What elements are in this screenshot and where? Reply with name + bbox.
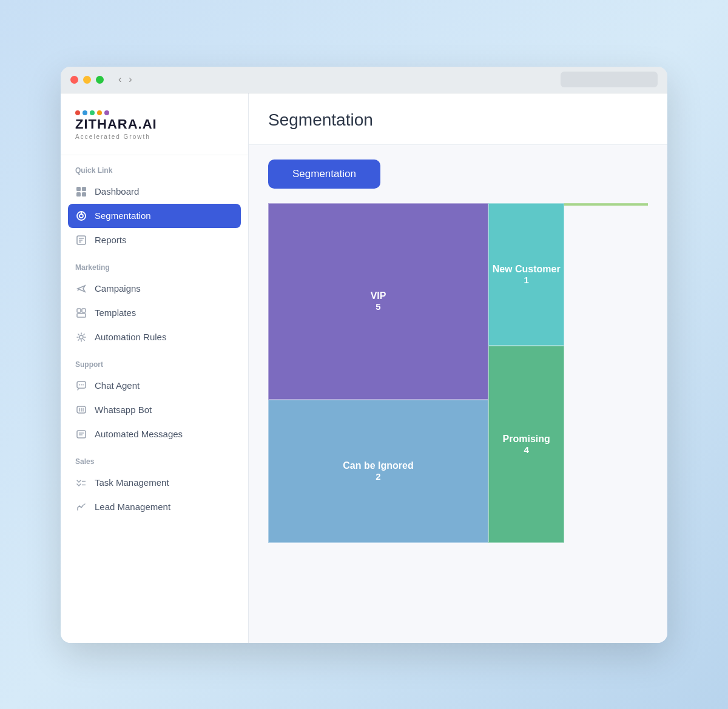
traffic-light-red[interactable] bbox=[70, 76, 78, 84]
promising-label: Can be Ignored bbox=[343, 460, 413, 471]
can-be-ignored-value: 4 bbox=[524, 445, 529, 455]
svg-rect-1 bbox=[82, 187, 86, 191]
segmentation-button[interactable]: Segmentation bbox=[268, 160, 380, 189]
treemap-cell-green-bottom bbox=[564, 204, 648, 206]
whatsapp-bot-label: Whatsapp Bot bbox=[95, 405, 152, 415]
campaigns-label: Campaigns bbox=[95, 283, 141, 294]
treemap-left: VIP 5 Can be Ignored 2 bbox=[268, 203, 488, 543]
sidebar-item-dashboard[interactable]: Dashboard bbox=[61, 180, 248, 204]
sidebar-item-lead-management[interactable]: Lead Management bbox=[61, 495, 248, 519]
templates-label: Templates bbox=[95, 307, 136, 318]
sidebar-item-task-management[interactable]: Task Management bbox=[61, 471, 248, 495]
nav-section-quick-link: Quick Link bbox=[61, 155, 248, 180]
browser-titlebar: ‹ › bbox=[61, 67, 667, 93]
logo-dot-green bbox=[90, 110, 95, 115]
browser-nav-arrows: ‹ › bbox=[116, 73, 135, 86]
svg-point-15 bbox=[79, 335, 83, 339]
segmentation-label: Segmentation bbox=[95, 210, 151, 221]
automated-messages-icon bbox=[75, 428, 87, 440]
automated-messages-label: Automated Messages bbox=[95, 429, 183, 439]
automation-rules-icon bbox=[75, 331, 87, 343]
sidebar-item-automated-messages[interactable]: Automated Messages bbox=[61, 422, 248, 446]
traffic-light-yellow[interactable] bbox=[83, 76, 91, 84]
logo-dot-blue bbox=[83, 110, 87, 115]
nav-section-marketing: Marketing bbox=[61, 252, 248, 277]
back-arrow[interactable]: ‹ bbox=[116, 73, 124, 86]
svg-point-5 bbox=[79, 214, 83, 218]
main-body: Segmentation VIP 5 Ca bbox=[249, 145, 667, 643]
svg-rect-24 bbox=[77, 431, 86, 438]
promising-value: 2 bbox=[376, 471, 380, 482]
task-management-icon bbox=[75, 477, 87, 489]
logo-dot-purple bbox=[104, 110, 109, 115]
sidebar-item-chat-agent[interactable]: Chat Agent bbox=[61, 374, 248, 398]
templates-icon bbox=[75, 307, 87, 319]
treemap-cell-promising[interactable]: Can be Ignored 2 bbox=[268, 400, 488, 542]
dashboard-icon bbox=[75, 186, 87, 198]
dashboard-label: Dashboard bbox=[95, 186, 139, 197]
browser-window: ‹ › ZITHARA.AI Accelerated Growth Quick … bbox=[61, 67, 667, 643]
app-layout: ZITHARA.AI Accelerated Growth Quick Link… bbox=[61, 93, 667, 643]
main-content: Segmentation Segmentation VIP 5 bbox=[249, 93, 667, 643]
treemap-cell-new-customer[interactable]: New Customer 1 bbox=[488, 203, 564, 346]
svg-rect-13 bbox=[82, 309, 86, 312]
treemap-container: VIP 5 Can be Ignored 2 bbox=[268, 203, 648, 543]
chat-agent-icon bbox=[75, 380, 87, 392]
treemap-cell-vip[interactable]: VIP 5 bbox=[268, 203, 488, 400]
logo-dots bbox=[75, 110, 234, 115]
svg-point-19 bbox=[83, 384, 84, 385]
treemap-wrapper: VIP 5 Can be Ignored 2 bbox=[268, 203, 648, 543]
sidebar-item-automation-rules[interactable]: Automation Rules bbox=[61, 325, 248, 349]
task-management-label: Task Management bbox=[95, 477, 169, 488]
new-customer-value: 1 bbox=[524, 275, 529, 285]
new-customer-label: New Customer bbox=[493, 264, 561, 275]
main-header: Segmentation bbox=[249, 93, 667, 145]
svg-rect-2 bbox=[76, 192, 81, 197]
automation-rules-label: Automation Rules bbox=[95, 332, 166, 342]
chat-agent-label: Chat Agent bbox=[95, 380, 140, 391]
forward-arrow[interactable]: › bbox=[126, 73, 134, 86]
sidebar-item-segmentation[interactable]: Segmentation bbox=[68, 204, 241, 228]
svg-point-17 bbox=[79, 384, 80, 385]
logo-dot-orange bbox=[97, 110, 102, 115]
sidebar-item-templates[interactable]: Templates bbox=[61, 301, 248, 325]
nav-section-sales: Sales bbox=[61, 446, 248, 471]
traffic-light-green[interactable] bbox=[96, 76, 104, 84]
vip-label: VIP bbox=[371, 291, 386, 301]
can-be-ignored-label: Promising bbox=[503, 434, 550, 445]
campaigns-icon bbox=[75, 283, 87, 295]
svg-rect-12 bbox=[77, 309, 81, 312]
sidebar-item-whatsapp-bot[interactable]: Whatsapp Bot bbox=[61, 398, 248, 422]
svg-point-18 bbox=[81, 384, 82, 385]
logo-subtitle: Accelerated Growth bbox=[75, 133, 234, 140]
treemap-right: New Customer 1 Promising 4 bbox=[488, 203, 564, 543]
nav-section-support: Support bbox=[61, 349, 248, 374]
sidebar: ZITHARA.AI Accelerated Growth Quick Link… bbox=[61, 93, 249, 643]
sidebar-item-campaigns[interactable]: Campaigns bbox=[61, 277, 248, 301]
vip-value: 5 bbox=[376, 301, 380, 312]
reports-icon bbox=[75, 234, 87, 246]
page-title: Segmentation bbox=[268, 110, 648, 130]
logo-text: ZITHARA.AI bbox=[75, 116, 234, 132]
segmentation-icon bbox=[75, 210, 87, 222]
sidebar-item-reports[interactable]: Reports bbox=[61, 228, 248, 252]
url-bar[interactable] bbox=[561, 72, 658, 87]
treemap-cell-can-be-ignored[interactable]: Promising 4 bbox=[488, 346, 564, 543]
treemap-far-right bbox=[564, 203, 648, 543]
svg-rect-3 bbox=[82, 192, 86, 197]
lead-management-label: Lead Management bbox=[95, 502, 170, 512]
reports-label: Reports bbox=[95, 235, 127, 245]
whatsapp-bot-icon bbox=[75, 404, 87, 416]
svg-rect-14 bbox=[77, 314, 86, 317]
lead-management-icon bbox=[75, 501, 87, 513]
logo-area: ZITHARA.AI Accelerated Growth bbox=[61, 93, 248, 155]
logo-dot-red bbox=[75, 110, 80, 115]
svg-rect-0 bbox=[76, 187, 81, 191]
